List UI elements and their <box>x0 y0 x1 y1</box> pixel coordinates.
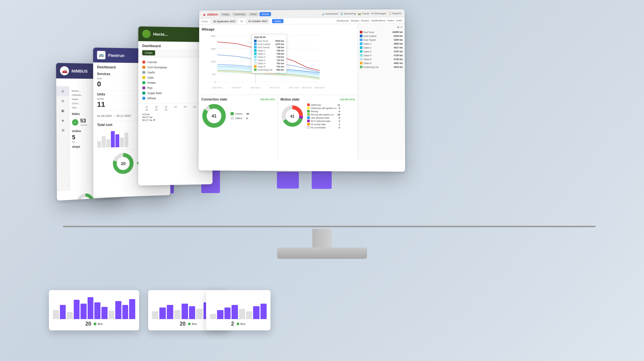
connection-legend: Online 35 Offline 6 <box>231 112 249 121</box>
stationary-label: Stationary <box>311 104 335 106</box>
wialon-notifications[interactable]: Notifications <box>371 19 385 22</box>
wialon-logo: ▲ wialon <box>203 12 218 16</box>
bar-chart-indicator-3: Bus <box>237 322 246 326</box>
wialon-units[interactable]: Units <box>396 19 402 22</box>
nimbus-nav-item-1[interactable]: ⊙ <box>56 86 69 96</box>
svg-text:2022-09-30: 2022-09-30 <box>251 87 260 89</box>
wialon-nav-reports[interactable]: 📋 Reports <box>388 12 402 15</box>
lbs-label: LBS detected data <box>311 117 336 119</box>
no-actual-label: No actual state <box>311 123 336 125</box>
moving-count: 0 <box>339 110 340 112</box>
moving-label: Moving <box>311 110 336 112</box>
tooltip-val-8: 791 km <box>277 62 284 64</box>
legend-label-fuel: Fuel Truck <box>363 31 391 33</box>
connection-online: Online 35 <box>231 112 249 116</box>
tooltip-label-10: EcoDriving Car <box>258 69 276 71</box>
wialon-date-to[interactable]: 04 October 2022 <box>246 19 270 23</box>
svg-text:20: 20 <box>121 161 126 166</box>
nimbus-nav-item-3[interactable]: ▣ <box>56 106 69 116</box>
legend-label-ford-transit: Ford Transit <box>364 39 393 41</box>
motion-donut: 41 <box>280 104 305 128</box>
svg-text:2022-09-28: 2022-09-28 <box>212 87 222 89</box>
svg-text:2850: 2850 <box>211 48 216 50</box>
wialon-tab-month[interactable]: Month <box>260 12 271 16</box>
bar-chart-footer-3: 2 Bus <box>210 321 267 327</box>
corn-label: Corn European <box>147 66 167 69</box>
legend-val-citaro6: 4461 km <box>394 62 403 64</box>
wialon-tab-yesterday[interactable]: Yesterday <box>232 12 248 16</box>
motion-lbs: LBS detected data 0 <box>307 116 340 119</box>
nimbus-nav-item-2[interactable]: ⊕ <box>56 96 69 106</box>
tooltip-date: 2022-09-30 <box>254 36 284 38</box>
wialon-nav-monitoring[interactable]: 📡 Monitoring <box>340 12 356 15</box>
tooltip-val-1: 2643 km <box>275 40 284 42</box>
legend-label-citaro6: Citaro 6 <box>364 62 393 64</box>
wialon-tab-week[interactable]: Week <box>248 12 259 16</box>
tooltip-val-3: 738 km <box>277 46 284 48</box>
bar-chart-footer-1: 20 Bus <box>53 321 135 327</box>
tooltip-citaro4: Citaro 4 712 km <box>254 58 284 62</box>
no-coords-label: No coordinates <box>311 126 336 129</box>
wialon-apply-button[interactable]: Apply <box>272 19 284 23</box>
bar-chart-indicator-1: Bus <box>94 322 103 326</box>
panel-close-btn[interactable]: ✕ <box>401 26 403 29</box>
bar-chart-indicator-2: Bus <box>188 322 197 326</box>
wialon-chart-tooltip: 2022-09-30 Fuel Truck 2643 km Ford Custo… <box>251 34 287 73</box>
motion-online-label: ONLINE DATA <box>340 98 355 101</box>
nimbus-title: NIMBUS <box>71 68 88 73</box>
tooltip-fuel-truck: Fuel Truck 2643 km <box>254 39 284 43</box>
fleetrun-title: Fleetrun <box>108 53 125 58</box>
tooltip-val-2: 1270 km <box>275 43 284 45</box>
hecterra-legend-garlic: Garlic <box>142 70 208 75</box>
tooltip-val-4: 728 km <box>277 49 284 52</box>
oats-label: Oats <box>147 76 154 79</box>
wialon-nav-dashboard[interactable]: 📊 Dashboard <box>321 12 338 15</box>
wialon-card: ▲ wialon Today Yesterday Week Month 📊 Da… <box>199 9 405 172</box>
wialon-nav-tracks[interactable]: 🛤️ Tracks <box>358 12 370 15</box>
legend-citaro3: Citaro 3 4787 km <box>360 49 403 53</box>
legend-label-citaro3: Citaro 3 <box>364 50 393 53</box>
sugarbeet-dot <box>142 92 146 95</box>
motion-moving: Moving 0 <box>307 110 340 113</box>
panel-collapse-btn[interactable]: ⊞ <box>397 26 399 29</box>
hecterra-crops-tab[interactable]: Crops <box>142 50 155 55</box>
svg-text:41: 41 <box>212 113 217 118</box>
hecterra-legend-corn: Corn European <box>142 65 208 71</box>
wialon-header: ▲ wialon Today Yesterday Week Month 📊 Da… <box>199 9 405 19</box>
svg-text:2022-10-03: 2022-10-03 <box>302 87 312 89</box>
wialon-tab-today[interactable]: Today <box>220 12 231 16</box>
motion-stationary: Stationary 11 <box>307 103 340 106</box>
online-count: 35 <box>246 112 249 115</box>
bar-chart-card-1: 20 Bus <box>49 290 139 330</box>
nimbus-rides-badge: ✓ <box>72 119 78 125</box>
wialon-date-from[interactable]: 26 September 2022 <box>211 19 238 24</box>
tooltip-ford-transit: Ford Transit 738 km <box>254 45 284 49</box>
legend-val-citaro2: 4917 km <box>394 46 403 49</box>
tooltip-label-2: Ford Custom <box>258 43 274 45</box>
wialon-nav-messages[interactable]: ✉ Messages <box>372 12 386 15</box>
no-actual-count: 1 <box>339 123 340 125</box>
offline-count: 6 <box>246 117 248 120</box>
bar-chart-bars-3 <box>210 293 267 319</box>
wialon-drivers[interactable]: Drivers <box>361 19 369 22</box>
wialon-users[interactable]: Users <box>387 19 394 22</box>
connection-content: 41 Online 35 Offline 6 <box>201 103 275 129</box>
tooltip-label-3: Ford Transit <box>258 46 276 48</box>
legend-label-citaro4: Citaro 4 <box>364 54 393 56</box>
tooltip-label-9: Citaro 6 <box>258 65 276 68</box>
wialon-connection-section: Connection state ONLINE DATA 41 Onl <box>199 95 278 160</box>
tooltip-label-6: Citaro 3 <box>258 56 276 58</box>
nimbus-nav-item-5[interactable]: ⊞ <box>56 125 69 135</box>
legend-label-ecodriving: EcoDriving Car <box>364 66 393 68</box>
svg-text:2022-09-29: 2022-09-29 <box>232 87 242 89</box>
garlic-label: Garlic <box>147 71 155 74</box>
legend-citaro1: Citaro 1 4583 km <box>360 42 402 46</box>
motion-title: Motion state <box>280 98 299 101</box>
wialon-routes[interactable]: Routes <box>351 19 359 22</box>
nimbus-nav-item-4[interactable]: ◈ <box>56 115 69 125</box>
legend-val-fuel: 20065 km <box>393 31 403 33</box>
wialon-geofences[interactable]: Geofences <box>336 19 349 22</box>
mov-ignition-label: Moving with ignition on <box>311 113 335 116</box>
connection-header: Connection state ONLINE DATA <box>201 98 275 101</box>
hecterra-legend-potato: Potato <box>142 80 208 86</box>
